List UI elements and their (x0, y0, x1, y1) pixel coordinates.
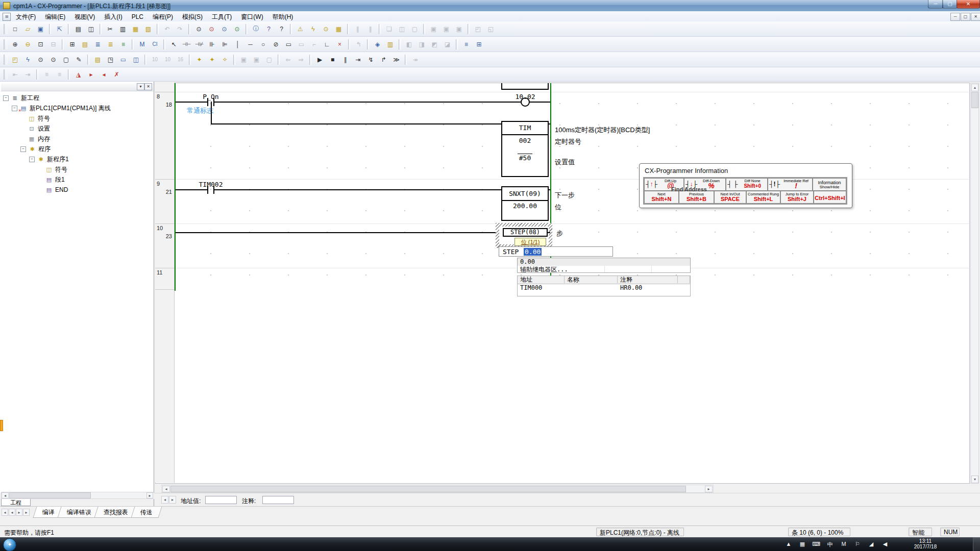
page-transfer-icon[interactable]: ⇱ (54, 23, 65, 35)
table-row[interactable]: TIM000HR0.00 (518, 284, 690, 292)
go-to-rung-icon[interactable]: ◮ (72, 68, 84, 80)
column-header[interactable]: 地址 (518, 276, 565, 283)
replace-icon[interactable]: ⊙ (206, 23, 217, 35)
compile-all-programs-icon[interactable]: ϟ (307, 23, 319, 35)
paste-icon[interactable]: ▦ (130, 23, 141, 35)
menu-PLC[interactable]: PLC (127, 12, 148, 22)
zoom-out-icon[interactable]: ⊖ (22, 38, 34, 50)
data-trace-icon[interactable]: ▥ (384, 38, 396, 50)
mdi-close-button[interactable]: ✕ (971, 13, 980, 21)
local-symbols-icon[interactable]: ▢ (60, 54, 72, 65)
operand-input[interactable]: 0.00 (524, 248, 542, 256)
about-icon[interactable]: ⓘ (250, 23, 262, 35)
context-help-icon[interactable]: ? (276, 23, 287, 35)
ime-keyboard-icon[interactable]: ⌨ (812, 541, 820, 547)
start-button[interactable]: ✦ (3, 538, 16, 551)
rung-comments-icon[interactable]: ≣ (92, 38, 104, 50)
zoom-100-icon[interactable]: ⊡ (35, 38, 46, 50)
scroll-thumb[interactable] (971, 92, 978, 108)
vertical-line-icon[interactable]: │ (232, 38, 243, 50)
go-to-previous-reference-icon[interactable]: ◂ (98, 68, 110, 80)
tree-horizontal-scrollbar[interactable]: ◂ ▸ (1, 492, 153, 499)
tree-item-section[interactable]: ▤段1 (1, 174, 152, 185)
simulation-run-icon[interactable]: ▶ (314, 54, 326, 65)
compile-icon[interactable]: ⚠ (295, 23, 306, 35)
comment-field[interactable] (262, 496, 294, 504)
menu-窗口W[interactable]: 窗口(W) (236, 11, 267, 21)
go-to-next-reference-icon[interactable]: ▸ (85, 68, 97, 80)
operand-dropdown[interactable]: 0.00辅助继电器区... (517, 258, 691, 273)
menu-编辑E[interactable]: 编辑(E) (40, 11, 70, 21)
tree-item-symbol-table[interactable]: ◫符号 (1, 164, 152, 174)
simulation-stop-icon[interactable]: ■ (327, 54, 338, 65)
find-address-icon[interactable]: ⊙ (231, 23, 243, 35)
tree-expander-icon[interactable]: − (3, 95, 9, 101)
contact-or-no-icon[interactable]: ⊪ (206, 38, 218, 50)
tab-project[interactable]: 工程 (1, 499, 31, 506)
tree-item-plc[interactable]: −▤✕新PLC1[CPM1(CPM1A)] 离线 (1, 103, 152, 113)
operand-edit-box[interactable]: STEP 0.00 (499, 246, 613, 257)
force-set-icon[interactable]: ✦ (193, 54, 205, 65)
tree-item-memory[interactable]: ▦内存 (1, 134, 152, 144)
select-mode-icon[interactable]: ↖ (168, 38, 180, 50)
menu-编程P[interactable]: 编程(P) (148, 11, 178, 21)
section-list-icon[interactable]: ≡ (117, 38, 129, 50)
volume-icon[interactable]: ◀ (881, 541, 889, 547)
column-header[interactable]: 名称 (565, 276, 618, 283)
nav-right-icon[interactable]: ▸ (169, 496, 176, 504)
step-run-icon[interactable]: ⇥ (352, 54, 364, 65)
menu-视图V[interactable]: 视图(V) (70, 11, 100, 21)
line-delete-icon[interactable]: × (334, 38, 346, 50)
cross-reference-report-icon[interactable]: ⊙ (47, 54, 59, 65)
mdi-restore-button[interactable]: ▢ (961, 13, 970, 21)
tab-scroll-first-icon[interactable]: ◂ (2, 509, 8, 516)
contact-or-nc-icon[interactable]: ⊫ (219, 38, 231, 50)
properties-icon[interactable]: ✎ (73, 54, 85, 65)
dropdown-row[interactable]: 辅助继电器区... (518, 266, 690, 273)
panel-dropdown-button[interactable]: ▾ (137, 83, 144, 90)
scroll-left-icon[interactable]: ◂ (162, 486, 170, 492)
go-to-next-error-icon[interactable]: ✗ (111, 68, 122, 80)
tab-scroll-left-icon[interactable]: ◂ (9, 509, 15, 516)
dropdown-row[interactable]: 0.00 (518, 258, 690, 266)
paste-special-icon[interactable]: ▧ (142, 23, 154, 35)
address-value-field[interactable] (205, 496, 237, 504)
contact-nc-icon[interactable]: ⊣⊬ (193, 38, 205, 50)
scroll-right-icon[interactable]: ▸ (705, 486, 713, 492)
open-file-icon[interactable]: ▱ (22, 23, 34, 35)
panel-close-button[interactable]: ✕ (144, 83, 152, 90)
mdi-minimize-button[interactable]: ─ (950, 13, 960, 21)
action-center-icon[interactable]: ⚐ (853, 541, 862, 547)
project-panel-header[interactable]: ▾ ✕ (1, 83, 153, 91)
help-icon[interactable]: ? (263, 23, 275, 35)
io-comments-icon[interactable]: ≣ (105, 38, 116, 50)
tree-item-symbol-table[interactable]: ◫符号 (1, 113, 152, 123)
memory-view-icon[interactable]: ◫ (130, 54, 142, 65)
menu-工具T[interactable]: 工具(T) (207, 11, 236, 21)
coil-icon[interactable]: ○ (257, 38, 269, 50)
address-lookup-table[interactable]: 地址名称注释TIM000HR0.00 (517, 276, 691, 296)
nav-left-icon[interactable]: ◂ (161, 496, 168, 504)
tree-item-section-end[interactable]: ▤END (1, 185, 152, 195)
symbol-table-icon[interactable]: ▤ (92, 54, 104, 65)
tree-expander-icon[interactable]: − (29, 157, 35, 162)
watch-window-icon[interactable]: ▦ (333, 23, 345, 35)
taskbar-clock[interactable]: 13:11 2017/7/18 (902, 538, 948, 549)
io-comment-view-icon[interactable]: ▭ (117, 54, 129, 65)
force-reset-icon[interactable]: ✦ (206, 54, 218, 65)
io-table-icon[interactable]: ⊞ (473, 38, 485, 50)
tree-item-settings[interactable]: ⊡设置 (1, 123, 152, 134)
instruction-box-icon[interactable]: ▭ (283, 38, 295, 50)
close-button[interactable]: ✕ (957, 0, 980, 9)
menu-模拟S[interactable]: 模拟(S) (178, 11, 207, 21)
simulation-pause-icon[interactable]: ∥ (339, 54, 351, 65)
tree-expander-icon[interactable]: − (20, 146, 26, 152)
force-cancel-all-icon[interactable]: ✧ (219, 54, 231, 65)
cut-icon[interactable]: ✂ (104, 23, 116, 35)
ime-language-icon[interactable]: 中 (826, 541, 834, 548)
tab-scroll-last-icon[interactable]: ▸ (23, 509, 30, 516)
scroll-right-icon[interactable]: ▸ (146, 492, 153, 498)
mnemonic-view-icon[interactable]: M (136, 38, 148, 50)
menu-文件F[interactable]: 文件(F) (11, 11, 40, 21)
zoom-in-icon[interactable]: ⊕ (9, 38, 21, 50)
